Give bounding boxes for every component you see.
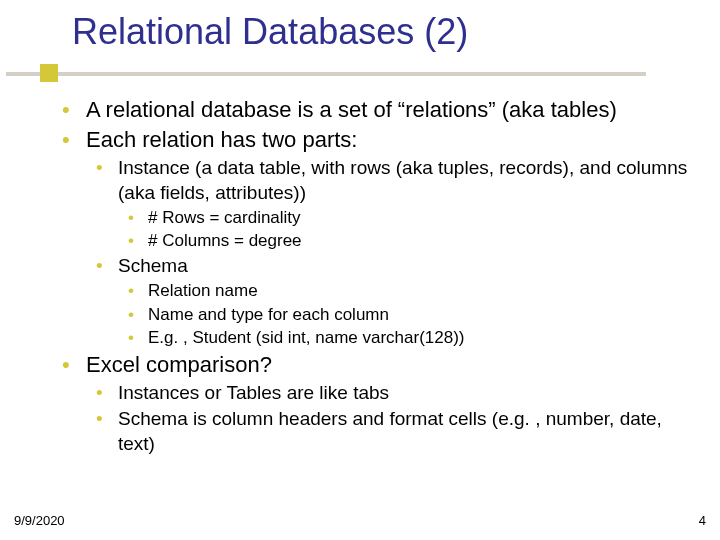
bullet-l3: # Rows = cardinality bbox=[126, 207, 692, 229]
bullet-list-l3: # Rows = cardinality # Columns = degree bbox=[126, 207, 692, 252]
bullet-text: Excel comparison? bbox=[86, 352, 272, 377]
bullet-list-l2: Instances or Tables are like tabs Schema… bbox=[94, 381, 692, 456]
bullet-l2: Schema Relation name Name and type for e… bbox=[94, 254, 692, 349]
bullet-l3: Relation name bbox=[126, 280, 692, 302]
bullet-text: Instances or Tables are like tabs bbox=[118, 382, 389, 403]
bullet-l1: Excel comparison? Instances or Tables ar… bbox=[58, 351, 692, 456]
slide-title: Relational Databases (2) bbox=[72, 12, 700, 52]
bullet-text: A relational database is a set of “relat… bbox=[86, 97, 617, 122]
bullet-list-l3: Relation name Name and type for each col… bbox=[126, 280, 692, 348]
bullet-text: Schema bbox=[118, 255, 188, 276]
bullet-text: # Rows = cardinality bbox=[148, 208, 301, 227]
footer-date: 9/9/2020 bbox=[14, 513, 65, 528]
bullet-text: Schema is column headers and format cell… bbox=[118, 408, 662, 453]
slide: Relational Databases (2) A relational da… bbox=[0, 0, 720, 540]
bullet-l2: Instance (a data table, with rows (aka t… bbox=[94, 156, 692, 252]
bullet-text: E.g. , Student (sid int, name varchar(12… bbox=[148, 328, 465, 347]
bullet-text: # Columns = degree bbox=[148, 231, 302, 250]
title-accent-square bbox=[40, 64, 58, 82]
bullet-l2: Instances or Tables are like tabs bbox=[94, 381, 692, 405]
bullet-l1: Each relation has two parts: Instance (a… bbox=[58, 126, 692, 349]
bullet-text: Name and type for each column bbox=[148, 305, 389, 324]
footer-page-number: 4 bbox=[699, 513, 706, 528]
bullet-l1: A relational database is a set of “relat… bbox=[58, 96, 692, 124]
title-area: Relational Databases (2) bbox=[72, 12, 700, 52]
bullet-l3: E.g. , Student (sid int, name varchar(12… bbox=[126, 327, 692, 349]
bullet-text: Instance (a data table, with rows (aka t… bbox=[118, 157, 687, 202]
bullet-l3: Name and type for each column bbox=[126, 304, 692, 326]
bullet-list-l1: A relational database is a set of “relat… bbox=[58, 96, 692, 456]
bullet-text: Relation name bbox=[148, 281, 258, 300]
body-area: A relational database is a set of “relat… bbox=[58, 96, 692, 458]
bullet-l2: Schema is column headers and format cell… bbox=[94, 407, 692, 456]
bullet-l3: # Columns = degree bbox=[126, 230, 692, 252]
bullet-text: Each relation has two parts: bbox=[86, 127, 357, 152]
title-underline bbox=[6, 72, 646, 76]
bullet-list-l2: Instance (a data table, with rows (aka t… bbox=[94, 156, 692, 348]
